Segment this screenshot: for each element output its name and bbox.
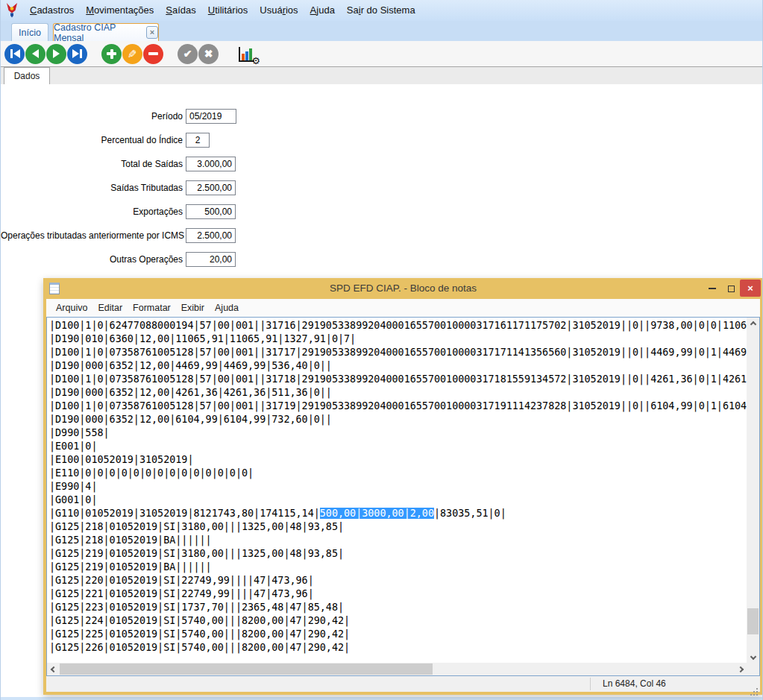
tab-close-icon[interactable]: × <box>146 26 158 39</box>
scrollbar-corner <box>747 663 759 675</box>
tab-inicio[interactable]: Início <box>11 23 48 41</box>
text-line: |D190|000|6352|12,00|4469,99|4469,99|536… <box>49 359 747 373</box>
selected-text: 500,00|3000,00|2,00 <box>320 508 434 519</box>
text-line: |E110|0|0|0|0|0|0|0|0|0|0|0|0|0|0| <box>49 467 747 480</box>
text-line: |G110|01052019|31052019|8121743,80|17411… <box>49 507 747 520</box>
notepad-menu-formatar[interactable]: Formatar <box>128 299 176 317</box>
tab-dados-label: Dados <box>14 71 40 81</box>
periodo-label: Período <box>1 111 186 122</box>
total-de-saidas-field[interactable]: 3.000,00 <box>186 157 236 171</box>
outras-operacoes-label: Outras Operações <box>1 254 186 265</box>
horizontal-scroll-thumb[interactable] <box>60 663 433 675</box>
notepad-client: |D100|1|0|62477088000194|57|00|001||3171… <box>46 317 760 676</box>
text-line: |E100|01052019|31052019| <box>49 453 747 467</box>
edit-record-button[interactable]: ✎ <box>122 44 142 64</box>
text-line: |G001|0| <box>49 494 747 507</box>
menu-saidas[interactable]: Saídas <box>160 0 201 21</box>
horizontal-scrollbar[interactable] <box>47 663 747 675</box>
menu-ajuda[interactable]: Ajuda <box>304 0 341 21</box>
text-line: |G125|221|01052019|SI|22749,99||||47|473… <box>49 587 747 601</box>
confirm-button[interactable]: ✔ <box>178 44 198 64</box>
text-editor[interactable]: |D100|1|0|62477088000194|57|00|001||3171… <box>47 318 747 663</box>
vertical-scroll-thumb[interactable] <box>747 608 759 634</box>
text-line: |D100|1|0|07358761005128|57|00|001||3171… <box>49 346 747 359</box>
form-row-operacoes-icms-st: Operações tributadas anteriormente por I… <box>1 228 254 243</box>
report-chart-button[interactable]: ⚙ <box>235 42 259 65</box>
outras-operacoes-field[interactable]: 20,00 <box>186 252 236 267</box>
text-line: |G125|218|01052019|SI|3180,00|||1325,00|… <box>49 520 747 534</box>
percentual-do-indice-label: Percentual do Índice <box>1 135 186 145</box>
text-line: |D190|000|6352|12,00|4261,36|4261,36|511… <box>49 386 747 400</box>
text-line: |D100|1|0|07358761005128|57|00|001||3171… <box>49 373 747 386</box>
cancel-button[interactable]: ✖ <box>198 44 219 64</box>
next-record-button[interactable] <box>46 44 66 64</box>
text-line: |E990|4| <box>49 480 747 494</box>
text-line: |G125|220|01052019|SI|22749,99||||47|473… <box>49 574 747 587</box>
app-menubar: CadastrosMovimentaçõesSaídasUtilitáriosU… <box>1 0 762 21</box>
last-record-button[interactable] <box>67 44 87 64</box>
text-line: |E001|0| <box>49 440 747 453</box>
saidas-tributadas-field[interactable]: 2.500,00 <box>186 180 236 195</box>
menu-utilitarios[interactable]: Utilitários <box>202 0 254 21</box>
text-line: |G125|225|01052019|SI|5740,00|||8200,00|… <box>49 628 747 641</box>
notepad-menu-exibir[interactable]: Exibir <box>176 299 210 317</box>
first-record-button[interactable] <box>4 44 25 64</box>
tab-dados[interactable]: Dados <box>4 67 50 84</box>
scroll-right-icon[interactable] <box>734 663 747 675</box>
form-row-saidas-tributadas: Saídas Tributadas2.500,00 <box>1 180 254 195</box>
notepad-menu-editar[interactable]: Editar <box>92 299 128 317</box>
exportacoes-field[interactable]: 500,00 <box>186 204 236 219</box>
app-logo-icon <box>6 3 18 18</box>
app-menubar-items: CadastrosMovimentaçõesSaídasUtilitáriosU… <box>24 0 421 21</box>
tab-inicio-label: Início <box>19 28 41 38</box>
tab-cadastro-ciap-mensal[interactable]: Cadastro CIAP Mensal × <box>53 23 159 41</box>
text-line: |G125|223|01052019|SI|1737,70|||2365,48|… <box>49 601 747 614</box>
notepad-menu-ajuda[interactable]: Ajuda <box>210 299 244 317</box>
menu-sair-do-sistema[interactable]: Sair do Sistema <box>341 0 421 21</box>
operacoes-icms-st-field[interactable]: 2.500,00 <box>186 228 236 243</box>
text-line: |G125|218|01052019|BA|||||| <box>49 534 747 547</box>
saidas-tributadas-label: Saídas Tributadas <box>1 183 186 193</box>
percentual-do-indice-field[interactable]: 2 <box>186 133 210 148</box>
text-line: |D990|558| <box>49 426 747 440</box>
form-row-percentual-do-indice: Percentual do Índice2 <box>1 133 254 148</box>
app-bottom-edge <box>1 697 762 700</box>
exportacoes-label: Exportações <box>1 206 186 217</box>
toolbar: ✎✔✖⚙ <box>1 41 762 67</box>
notepad-title: SPD EFD CIAP. - Bloco de notas <box>43 278 763 299</box>
text-line: |G125|224|01052019|SI|5740,00|||8200,00|… <box>49 614 747 628</box>
text-line: |G125|219|01052019|BA|||||| <box>49 561 747 574</box>
tab-cadastro-label: Cadastro CIAP Mensal <box>54 22 141 43</box>
periodo-field[interactable]: 05/2019 <box>186 109 236 124</box>
notepad-menu-arquivo[interactable]: Arquivo <box>51 299 92 317</box>
notepad-titlebar[interactable]: SPD EFD CIAP. - Bloco de notas × <box>43 278 763 299</box>
text-line: |G125|219|01052019|SI|3180,00|||1325,00|… <box>49 547 747 561</box>
previous-record-button[interactable] <box>25 44 45 64</box>
app-tabstrip: Início Cadastro CIAP Mensal × <box>1 21 762 41</box>
delete-record-button[interactable] <box>143 44 163 64</box>
notepad-statusbar: Ln 6484, Col 46 <box>46 676 760 692</box>
form-row-outras-operacoes: Outras Operações20,00 <box>1 252 254 267</box>
vertical-scrollbar[interactable] <box>747 318 759 663</box>
maximize-button[interactable] <box>722 278 740 299</box>
text-line: |D100|1|0|62477088000194|57|00|001||3171… <box>49 319 747 332</box>
scroll-down-icon[interactable] <box>747 650 759 663</box>
operacoes-icms-st-label: Operações tributadas anteriormente por I… <box>1 230 186 241</box>
app-window: CadastrosMovimentaçõesSaídasUtilitáriosU… <box>0 0 763 700</box>
menu-movimentacoes[interactable]: Movimentações <box>80 0 160 21</box>
menu-cadastros[interactable]: Cadastros <box>24 0 80 21</box>
close-button[interactable]: × <box>740 280 761 297</box>
menu-usuarios[interactable]: Usuários <box>254 0 304 21</box>
text-line: |D100|1|0|07358761005128|57|00|001||3171… <box>49 400 747 413</box>
text-line: |D190|010|6360|12,00|11065,91|11065,91|1… <box>49 332 747 346</box>
panel-tabstrip: Dados <box>1 67 762 84</box>
scroll-up-icon[interactable] <box>747 318 759 330</box>
form-row-exportacoes: Exportações500,00 <box>1 204 254 219</box>
cursor-position: Ln 6484, Col 46 <box>590 678 757 690</box>
notepad-window: SPD EFD CIAP. - Bloco de notas × Arquivo… <box>43 278 763 695</box>
resize-grip[interactable] <box>756 688 758 690</box>
text-line: |D190|000|6352|12,00|6104,99|6104,99|732… <box>49 413 747 426</box>
add-record-button[interactable] <box>101 44 122 64</box>
scroll-left-icon[interactable] <box>47 663 60 675</box>
minimize-button[interactable] <box>703 278 721 299</box>
